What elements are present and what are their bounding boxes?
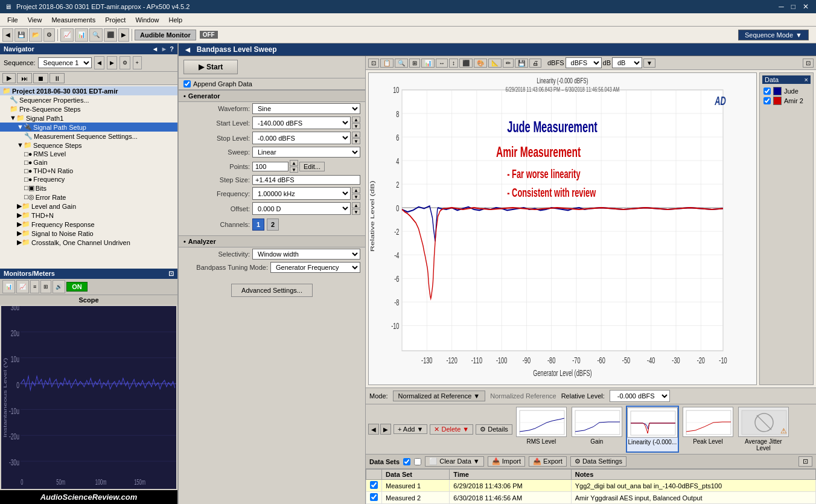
bp-back-arrow[interactable]: ◄ xyxy=(183,45,192,54)
ds-row2-check[interactable] xyxy=(370,493,378,501)
append-check-label[interactable]: Append Graph Data xyxy=(183,80,360,88)
bandpass-tuning-select[interactable]: Generator Frequency xyxy=(270,262,360,273)
menu-project[interactable]: Project xyxy=(100,15,130,25)
mon-btn-2[interactable]: 📈 xyxy=(16,280,29,293)
step-size-input[interactable] xyxy=(252,175,360,185)
nav-frequency[interactable]: □●Frequency xyxy=(0,175,177,183)
add-button[interactable]: + Add ▼ xyxy=(394,424,427,434)
toolbar-btn-4[interactable]: ⚙ xyxy=(43,28,55,42)
start-level-up[interactable]: ▲ xyxy=(352,116,360,123)
menu-measurements[interactable]: Measurements xyxy=(46,15,100,25)
graph-expand-btn[interactable]: ⊡ xyxy=(803,59,814,68)
legend-amir-check[interactable] xyxy=(763,97,771,104)
freq-down[interactable]: ▼ xyxy=(352,194,360,200)
datasets-expand-btn[interactable]: ⊡ xyxy=(798,456,812,467)
datasets-check1[interactable] xyxy=(403,458,410,465)
sweep-select[interactable]: LinearLog xyxy=(252,147,360,158)
thumb-prev-btn[interactable]: ◀ xyxy=(368,424,379,435)
frequency-select[interactable]: 1.00000 kHz xyxy=(252,187,351,200)
navigator-collapse-icon[interactable]: ◄ xyxy=(151,45,158,53)
channel-2-button[interactable]: 2 xyxy=(267,219,279,231)
maximize-button[interactable]: □ xyxy=(789,2,798,11)
stop-level-down[interactable]: ▼ xyxy=(352,138,360,144)
axis-settings-btn[interactable]: ▼ xyxy=(643,59,655,68)
graph-btn-4[interactable]: ⊞ xyxy=(409,59,420,68)
nav-rms-level[interactable]: □●RMS Level xyxy=(0,150,177,158)
sequence-dropdown[interactable]: Sequence 1 xyxy=(38,57,92,68)
menu-window[interactable]: Window xyxy=(130,15,164,25)
data-settings-button[interactable]: ⚙ Data Settings xyxy=(570,456,626,467)
mon-btn-5[interactable]: 🔊 xyxy=(53,280,65,293)
nav-level-gain[interactable]: ▶📁Level and Gain xyxy=(0,202,177,211)
toolbar-btn-9[interactable]: ▶ xyxy=(118,28,129,42)
legend-close[interactable]: × xyxy=(805,76,808,83)
points-up[interactable]: ▲ xyxy=(290,160,298,166)
thumb-jitter[interactable]: ⚠ Average Jitter Level xyxy=(737,406,790,453)
toolbar-btn-8[interactable]: ⬛ xyxy=(104,28,117,42)
advanced-settings-button[interactable]: Advanced Settings... xyxy=(231,284,313,297)
graph-btn-5[interactable]: 📊 xyxy=(421,59,435,68)
graph-btn-9[interactable]: 🎨 xyxy=(474,59,487,68)
graph-btn-3[interactable]: 🔍 xyxy=(395,59,408,68)
graph-btn-13[interactable]: 🖨 xyxy=(529,59,541,68)
minimize-button[interactable]: ─ xyxy=(776,2,786,11)
points-input[interactable] xyxy=(252,162,288,171)
sequence-add[interactable]: + xyxy=(133,56,142,69)
toolbar-btn-5[interactable]: 📈 xyxy=(60,28,74,42)
offset-down[interactable]: ▼ xyxy=(352,209,360,215)
sequence-next[interactable]: ▶ xyxy=(107,56,117,69)
mon-btn-3[interactable]: ≡ xyxy=(30,280,39,293)
sequence-mode-button[interactable]: Sequence Mode ▼ xyxy=(738,30,809,40)
menu-help[interactable]: Help xyxy=(164,15,188,25)
import-button[interactable]: 📥 Import xyxy=(488,456,525,467)
start-level-select[interactable]: -140.000 dBFS xyxy=(252,116,351,129)
nav-snr[interactable]: ▶📁Signal to Noise Ratio xyxy=(0,229,177,238)
toolbar-btn-1[interactable]: ◀ xyxy=(2,28,13,42)
start-button[interactable]: ▶ Start xyxy=(183,60,238,74)
rel-level-select[interactable]: -0.000 dBFS xyxy=(610,390,670,402)
append-checkbox[interactable] xyxy=(183,80,191,88)
nav-thdn[interactable]: ▶📁THD+N xyxy=(0,211,177,220)
freq-up[interactable]: ▲ xyxy=(352,187,360,193)
nav-gain[interactable]: □●Gain xyxy=(0,158,177,167)
graph-btn-6[interactable]: ↔ xyxy=(436,59,448,68)
details-button[interactable]: ⚙ Details xyxy=(476,424,512,435)
nav-step[interactable]: ⏭ xyxy=(17,73,32,83)
menu-view[interactable]: View xyxy=(23,15,47,25)
waveform-select[interactable]: SineSquareTriangle xyxy=(252,103,360,114)
toolbar-btn-6[interactable]: 📊 xyxy=(75,28,88,42)
nav-freq-response[interactable]: ▶📁Frequency Response xyxy=(0,220,177,229)
nav-play[interactable]: ▶ xyxy=(2,73,16,83)
toolbar-btn-2[interactable]: 💾 xyxy=(14,28,28,42)
sequence-settings[interactable]: ⚙ xyxy=(120,56,130,69)
navigator-expand-icon[interactable]: ► xyxy=(161,45,167,53)
mon-btn-1[interactable]: 📊 xyxy=(2,280,15,293)
mon-btn-4[interactable]: ⊞ xyxy=(40,280,51,293)
nav-project[interactable]: 📁Project 2018-06-30 0301 EDT-amir xyxy=(0,86,177,95)
close-button[interactable]: ✕ xyxy=(800,2,811,11)
points-down[interactable]: ▼ xyxy=(290,167,298,173)
navigator-help-icon[interactable]: ? xyxy=(170,45,174,53)
nav-stop[interactable]: ⏹ xyxy=(33,73,48,83)
nav-sequencer-props[interactable]: 🔧Sequencer Properties... xyxy=(0,95,177,104)
nav-pause[interactable]: ⏸ xyxy=(49,73,65,83)
mode-dropdown[interactable]: Normalized at Reference ▼ xyxy=(393,391,486,401)
legend-jude-check[interactable] xyxy=(763,88,771,95)
graph-btn-12[interactable]: 💾 xyxy=(515,59,528,68)
sequence-prev[interactable]: ◀ xyxy=(94,56,104,69)
export-button[interactable]: 📤 Export xyxy=(529,456,567,467)
ds-row1-check[interactable] xyxy=(370,481,378,489)
toolbar-btn-3[interactable]: 📂 xyxy=(29,28,42,42)
nav-thdn-ratio[interactable]: □●THD+N Ratio xyxy=(0,167,177,175)
start-level-down[interactable]: ▼ xyxy=(352,123,360,129)
table-row[interactable]: Measured 2 6/30/2018 11:46:56 AM Amir Yg… xyxy=(366,492,816,504)
nav-bits[interactable]: □▣Bits xyxy=(0,183,177,193)
thumb-linearity[interactable]: Linearity (-0.000... xyxy=(626,406,679,453)
graph-btn-10[interactable]: 📐 xyxy=(488,59,502,68)
thumb-peak-level[interactable]: Peak Level xyxy=(681,406,735,453)
graph-btn-8[interactable]: ⬛ xyxy=(459,59,473,68)
toolbar-btn-7[interactable]: 🔍 xyxy=(89,28,103,42)
table-row[interactable]: Measured 1 6/29/2018 11:43:06 PM Ygg2_di… xyxy=(366,480,816,492)
graph-btn-1[interactable]: ⊡ xyxy=(368,59,379,68)
datasets-check2[interactable] xyxy=(414,458,421,465)
